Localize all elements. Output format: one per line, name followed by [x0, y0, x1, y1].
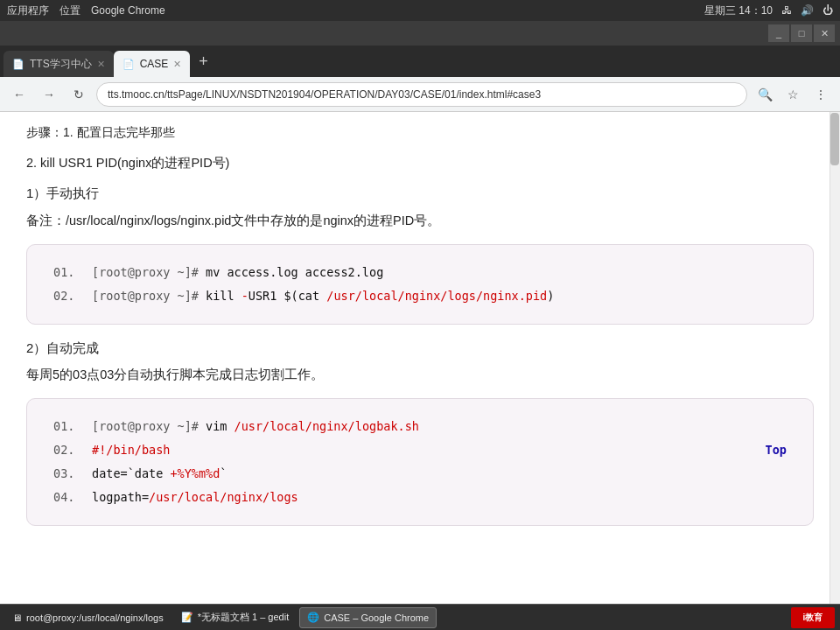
subsection1-heading: 1）手动执行 [26, 182, 814, 205]
terminal-icon: 🖥 [12, 612, 22, 623]
code-text-1-1: [root@proxy ~]# mv access.log access2.lo… [92, 261, 383, 284]
step-prefix: 步骤：1. 配置日志完毕那些 [26, 122, 814, 144]
tab-case-close[interactable]: ✕ [173, 59, 181, 70]
line-num-2-2: 02. [53, 438, 78, 462]
os-time: 星期三 14：10 [704, 4, 773, 18]
logo-text: i教育 [803, 612, 823, 624]
subsection2-heading: 2）自动完成 [26, 337, 814, 360]
taskbar: 🖥 root@proxy:/usr/local/nginx/logs 📝 *无标… [0, 604, 840, 630]
chrome-icon: 🌐 [307, 612, 319, 623]
url-text: tts.tmooc.cn/ttsPage/LINUX/NSDTN201904/O… [108, 88, 541, 101]
code-line-2-1: 01. [root@proxy ~]# vim /usr/local/nginx… [53, 415, 787, 438]
scroll-area: 步骤：1. 配置日志完毕那些 2. kill USR1 PID(nginx的进程… [0, 112, 840, 556]
os-topbar: 应用程序 位置 Google Chrome 星期三 14：10 🖧 🔊 ⏻ [0, 0, 840, 21]
tab-tts-favicon: 📄 [12, 59, 24, 70]
top-link[interactable]: Top [766, 438, 787, 462]
position-menu[interactable]: 位置 [60, 4, 80, 18]
url-bar[interactable]: tts.tmooc.cn/ttsPage/LINUX/NSDTN201904/O… [96, 82, 747, 107]
window-close-button[interactable]: ✕ [814, 24, 835, 42]
code-line-2-2: 02. #!/bin/bash Top [53, 438, 787, 462]
tab-bar: 📄 TTS学习中心 ✕ 📄 CASE ✕ + [0, 46, 840, 77]
browser-label[interactable]: Google Chrome [91, 4, 165, 17]
forward-button[interactable]: → [37, 82, 61, 107]
back-button[interactable]: ← [7, 82, 32, 107]
address-icons: 🔍 ☆ ⋮ [752, 82, 833, 107]
code-text-2-2: #!/bin/bash [92, 438, 170, 462]
volume-icon[interactable]: 🔊 [801, 4, 814, 17]
network-icon[interactable]: 🖧 [781, 4, 792, 17]
line-num-2-1: 01. [53, 415, 78, 438]
code-line-1-2: 02. [root@proxy ~]# kill -USR1 $(cat /us… [53, 284, 787, 308]
code-line-2-4: 04. logpath=/usr/local/nginx/logs [53, 486, 787, 509]
scrollbar-track[interactable] [830, 112, 840, 604]
tab-tts-label: TTS学习中心 [30, 57, 92, 72]
os-status-right: 星期三 14：10 🖧 🔊 ⏻ [704, 4, 833, 18]
note1: 备注：/usr/local/nginx/logs/nginx.pid文件中存放的… [26, 210, 814, 232]
os-menu-left: 应用程序 位置 Google Chrome [7, 4, 165, 18]
taskbar-gedit-label: *无标题文档 1 – gedit [198, 611, 290, 624]
window-minimize-button[interactable]: _ [768, 24, 789, 42]
new-tab-button[interactable]: + [193, 52, 214, 71]
tab-tts[interactable]: 📄 TTS学习中心 ✕ [4, 51, 114, 77]
scrollbar-thumb[interactable] [830, 113, 839, 165]
line-num-2-4: 04. [53, 486, 78, 509]
bookmark-button[interactable]: ☆ [780, 82, 805, 107]
taskbar-chrome-label: CASE – Google Chrome [324, 612, 429, 623]
gedit-icon: 📝 [181, 612, 193, 623]
item1: 2. kill USR1 PID(nginx的进程PID号) [26, 152, 814, 174]
line-num-1-1: 01. [53, 261, 78, 284]
more-button[interactable]: ⋮ [808, 82, 833, 107]
tab-case-favicon: 📄 [122, 59, 135, 70]
app-menu[interactable]: 应用程序 [7, 4, 49, 18]
tab-tts-close[interactable]: ✕ [97, 59, 105, 70]
tab-case-label: CASE [140, 58, 169, 70]
address-bar: ← → ↻ tts.tmooc.cn/ttsPage/LINUX/NSDTN20… [0, 77, 840, 112]
tab-case[interactable]: 📄 CASE ✕ [114, 51, 191, 77]
line-num-1-2: 02. [53, 284, 78, 308]
search-button[interactable]: 🔍 [752, 82, 777, 107]
window-maximize-button[interactable]: □ [791, 24, 812, 42]
taskbar-gedit[interactable]: 📝 *无标题文档 1 – gedit [174, 607, 297, 628]
code-block-2: 01. [root@proxy ~]# vim /usr/local/nginx… [26, 398, 814, 526]
line-num-2-3: 03. [53, 462, 78, 486]
page-content: 步骤：1. 配置日志完毕那些 2. kill USR1 PID(nginx的进程… [0, 112, 840, 604]
taskbar-logo: i教育 [791, 607, 835, 628]
code-line-2-3: 03. date=`date +%Y%m%d` [53, 462, 787, 486]
code-line-1-1: 01. [root@proxy ~]# mv access.log access… [53, 261, 787, 284]
taskbar-chrome[interactable]: 🌐 CASE – Google Chrome [299, 607, 437, 628]
taskbar-terminal-label: root@proxy:/usr/local/nginx/logs [26, 612, 164, 623]
refresh-button[interactable]: ↻ [66, 82, 91, 107]
window-controls: _ □ ✕ [0, 21, 840, 46]
power-icon[interactable]: ⏻ [822, 4, 833, 17]
note2: 每周5的03点03分自动执行脚本完成日志切割工作。 [26, 364, 814, 386]
code-text-2-4: logpath=/usr/local/nginx/logs [92, 486, 298, 509]
code-text-1-2: [root@proxy ~]# kill -USR1 $(cat /usr/lo… [92, 284, 554, 308]
code-block-1: 01. [root@proxy ~]# mv access.log access… [26, 244, 814, 325]
taskbar-terminal[interactable]: 🖥 root@proxy:/usr/local/nginx/logs [5, 607, 171, 628]
code-text-2-1: [root@proxy ~]# vim /usr/local/nginx/log… [92, 415, 419, 438]
code-text-2-3: date=`date +%Y%m%d` [92, 462, 227, 486]
